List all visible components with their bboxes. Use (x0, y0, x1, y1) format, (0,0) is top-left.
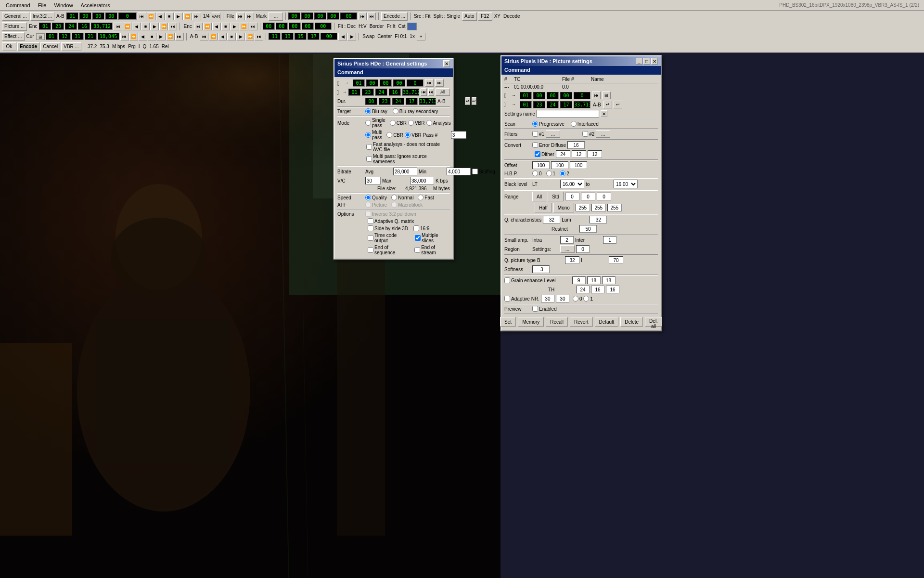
dither-cb[interactable] (535, 151, 540, 157)
tc3-s[interactable] (72, 33, 84, 40)
tc-r3-2[interactable] (282, 33, 294, 40)
dur-3[interactable] (392, 98, 404, 105)
speed-quality-radio[interactable] (365, 195, 371, 200)
vc-input[interactable]: 30 (365, 177, 381, 184)
range-v3[interactable]: 0 (597, 193, 611, 200)
nav2-rew[interactable]: ◀ (132, 23, 141, 30)
nav3-3[interactable]: ◀ (139, 33, 147, 40)
anr-r1[interactable]: 1 (583, 296, 593, 302)
fast-analysis-cb[interactable] (366, 144, 372, 150)
speed-normal[interactable]: Normal (391, 195, 413, 200)
general-button[interactable]: General ... (2, 12, 29, 21)
intra-val[interactable]: 2 (560, 236, 574, 244)
tc2-g2[interactable] (362, 89, 374, 96)
filter2-check[interactable]: #2 (582, 131, 594, 137)
tc-in-m[interactable] (79, 13, 91, 20)
pic-tc-set[interactable]: ↵ (603, 101, 612, 108)
multi-pass-cb[interactable] (366, 156, 372, 162)
nav2b-3[interactable]: ◀ (212, 23, 221, 30)
enabled-check[interactable]: Enabled (532, 306, 557, 312)
dur-val[interactable] (419, 98, 436, 105)
menu-window[interactable]: Window (50, 1, 77, 9)
max-input[interactable]: 38,000 (410, 177, 434, 184)
nav3-5[interactable]: ▶ (157, 33, 166, 40)
mode-cbr2[interactable]: CBR (386, 132, 403, 138)
tc-r1[interactable] (288, 13, 300, 20)
timecode-check[interactable]: Time code output (368, 233, 410, 243)
grain-check[interactable]: Grain enhance (504, 277, 543, 283)
stuffing-check[interactable]: Stuffing (472, 169, 495, 174)
inverse-32-cb[interactable] (365, 211, 371, 217)
tc-r5[interactable] (340, 13, 357, 20)
anr-r0-radio[interactable] (573, 296, 578, 302)
nav2-fwd[interactable]: ⏩ (159, 23, 168, 30)
range-v5[interactable]: 255 (591, 204, 606, 211)
tc1-next[interactable]: ⏭ (435, 79, 444, 87)
ratio-cb[interactable] (413, 225, 419, 231)
range-v6[interactable]: 255 (607, 204, 622, 211)
delete-btn[interactable]: Delete (620, 317, 643, 327)
cancel-button[interactable]: Cancel (40, 42, 60, 51)
nav3b-6[interactable]: ⏩ (245, 33, 254, 40)
tc-in-h[interactable] (66, 13, 78, 20)
filter1-check[interactable]: #1 (532, 131, 544, 137)
speed-quality[interactable]: Quality (365, 195, 387, 200)
avg-input[interactable]: 28,000 (393, 168, 417, 175)
bl-select2[interactable]: 16.00 (614, 180, 638, 188)
menu-command[interactable]: Command (2, 1, 34, 9)
nav-r-prev[interactable]: ⏮ (358, 13, 367, 20)
filter2-cb[interactable] (582, 131, 588, 137)
tc-r4[interactable] (327, 13, 339, 20)
encode-button[interactable]: Encode (17, 42, 39, 51)
th-v1[interactable]: 24 (576, 286, 590, 293)
nav3-1[interactable]: ⏮ (120, 33, 129, 40)
tc2-h[interactable] (39, 23, 51, 30)
filter1-cb[interactable] (532, 131, 538, 137)
tc3-val[interactable] (98, 33, 119, 40)
dur-2[interactable] (379, 98, 391, 105)
nav2b-5[interactable]: ▶ (231, 23, 239, 30)
anr-r0[interactable]: 0 (573, 296, 582, 302)
dur-clear[interactable]: ↩ (472, 97, 476, 105)
tc2-g3[interactable] (375, 89, 387, 96)
pic-tc-3[interactable] (547, 92, 559, 99)
stuffing-cb[interactable] (472, 169, 478, 174)
adaptive-q-check[interactable]: Adaptive Q. matrix (368, 218, 414, 224)
nav2b-7[interactable]: ⏭ (249, 23, 257, 30)
pic-tc-o2[interactable] (533, 101, 545, 108)
pic-tc-clear[interactable]: ↩ (614, 101, 622, 108)
mode-single-radio[interactable] (365, 120, 371, 126)
mode-cbr2-radio[interactable] (386, 132, 392, 138)
tc-in-f[interactable] (105, 13, 117, 20)
timecode-cb[interactable] (368, 235, 373, 241)
aff-picture-radio[interactable] (365, 202, 371, 208)
anr-v2[interactable]: 30 (556, 295, 569, 302)
nav2b-2[interactable]: ⏪ (203, 23, 212, 30)
set-btn[interactable]: Set (500, 317, 516, 327)
grain-cb[interactable] (504, 277, 510, 283)
nav3b-5[interactable]: ▶ (236, 33, 245, 40)
nav3b-3[interactable]: ◀ (218, 33, 227, 40)
target-bluray-sec[interactable]: Blu-ray secondary (393, 108, 438, 114)
target-bluray-radio[interactable] (365, 108, 371, 114)
settings-name-clear[interactable]: ✕ (601, 110, 607, 117)
adaptive-q-cb[interactable] (368, 218, 373, 224)
inv32-button[interactable]: Inv.3:2 ... (30, 12, 54, 21)
pic-tc-4[interactable] (560, 92, 572, 99)
menu-file[interactable]: File (34, 1, 51, 9)
qchar-v2[interactable]: 32 (590, 216, 607, 223)
pic-tc-next[interactable]: ⊞ (602, 92, 611, 99)
mode-analysis-radio[interactable] (426, 120, 432, 126)
tc-r2-2[interactable] (276, 23, 288, 30)
adaptive-nr-check[interactable]: Adaptive NR. (504, 296, 539, 302)
nav-next[interactable]: ⏩ (183, 13, 192, 20)
tc-in-val[interactable] (118, 13, 137, 20)
scan-intl-radio[interactable] (571, 121, 577, 127)
hbp-1-radio[interactable] (546, 171, 552, 176)
range-mono-btn[interactable]: Mono (553, 203, 574, 212)
multiple-slices-cb[interactable] (415, 235, 421, 241)
pic-tc-val[interactable] (574, 92, 590, 99)
pic-tc-2[interactable] (533, 92, 545, 99)
pass-val[interactable] (451, 131, 466, 139)
nav3b-7[interactable]: ⏭ (255, 33, 263, 40)
